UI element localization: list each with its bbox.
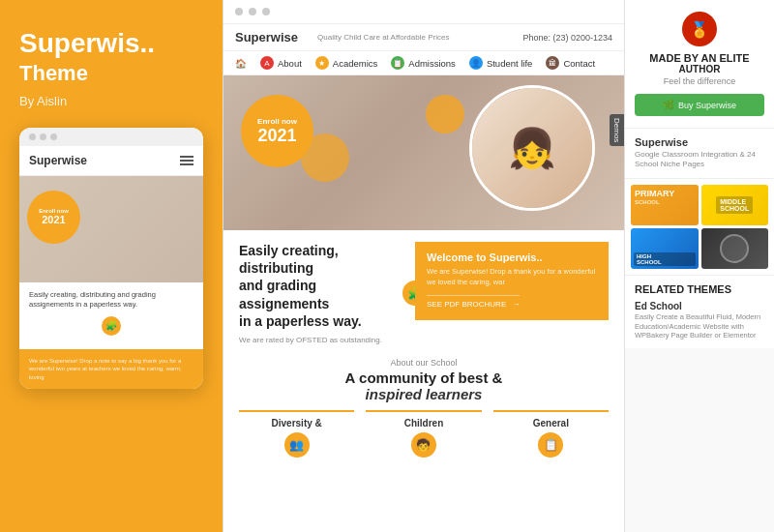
- hero-year: 2021: [257, 126, 296, 146]
- nav-academics-label: Academics: [333, 58, 377, 69]
- theme-screenshots: PRIMARY SCHOOL MIDDLESCHOOL HIGHSCHOOL: [625, 179, 774, 276]
- nav-academics[interactable]: ★ Academics: [315, 56, 377, 70]
- nav-student-life[interactable]: 👤 Student life: [469, 56, 533, 70]
- theme-title: Superwis..: [19, 29, 203, 59]
- topbar-dot-3: [262, 8, 270, 15]
- screenshot-dark[interactable]: [701, 228, 769, 269]
- main-sub: We are rated by OFSTED as outstanding.: [239, 336, 403, 344]
- elite-title: MADE BY AN ELITE: [635, 52, 764, 64]
- nav-student-icon: 👤: [469, 56, 483, 70]
- welcome-text: We are Superwise! Drop a thank you for a…: [427, 267, 597, 287]
- desktop-content: Easily creating, distributingand grading…: [223, 230, 624, 350]
- right-section: Superwise Quality Child Care at Affordab…: [223, 0, 774, 532]
- hero-portrait: 👧: [469, 85, 595, 211]
- mobile-logo: Superwise: [29, 154, 87, 167]
- mobile-dots: [19, 128, 203, 146]
- general-icon: 📋: [538, 432, 563, 458]
- hero-enroll-text: Enroll now: [257, 117, 297, 126]
- desktop-topbar: [223, 0, 624, 24]
- children-label: Children: [366, 418, 481, 429]
- elite-badge-area: 🏅 MADE BY AN ELITE AUTHOR Feel the diffe…: [625, 0, 774, 129]
- nav-admissions-label: Admissions: [408, 58, 456, 69]
- welcome-title: Welcome to Superwis..: [427, 251, 597, 263]
- mobile-puzzle-icon: 🧩: [102, 316, 121, 336]
- hero-orange-circle: [426, 95, 464, 133]
- welcome-container: 🧩 Welcome to Superwis.. We are Superwise…: [415, 242, 609, 344]
- mobile-hero: Enroll now 2021: [19, 176, 203, 282]
- desktop-tagline: Quality Child Care at Affordable Prices: [317, 33, 449, 42]
- nav-about-label: About: [278, 58, 302, 69]
- mobile-footer: We are Superwise! Drop a note to say a b…: [19, 349, 203, 389]
- mobile-enroll-badge: Enroll now 2021: [27, 191, 80, 244]
- theme-author: By Aislin: [19, 94, 203, 108]
- nav-academics-icon: ★: [315, 56, 329, 70]
- about-heading: A community of best & inspired learners: [239, 369, 609, 402]
- bottom-general: General 📋: [493, 410, 609, 458]
- related-section: RELATED THEMES Ed School Easily Create a…: [625, 276, 774, 348]
- screenshot-yellow[interactable]: MIDDLESCHOOL: [701, 185, 769, 225]
- related-title: RELATED THEMES: [635, 283, 764, 295]
- nav-about-icon: A: [260, 56, 274, 70]
- children-icon: 🧒: [411, 432, 436, 458]
- about-label: About our School: [239, 358, 609, 368]
- bottom-grid: Diversity & 👥 Children 🧒 General 📋: [223, 402, 624, 465]
- bottom-children: Children 🧒: [366, 410, 481, 458]
- demos-tab[interactable]: Demos: [610, 114, 624, 146]
- main-heading: Easily creating, distributingand grading…: [239, 242, 403, 330]
- bottom-diversity: Diversity & 👥: [239, 410, 354, 458]
- buy-button[interactable]: 🌿 Buy Superwise: [635, 94, 764, 116]
- desktop-mockup: Superwise Quality Child Care at Affordab…: [223, 0, 624, 532]
- topbar-dot-1: [235, 8, 243, 15]
- main-text-block: Easily creating, distributingand grading…: [239, 242, 403, 344]
- desktop-phone: Phone: (23) 0200-1234: [522, 33, 612, 43]
- theme-word: Theme: [19, 61, 203, 86]
- nav-about[interactable]: A About: [260, 56, 302, 70]
- screenshot-blue[interactable]: HIGHSCHOOL: [631, 228, 699, 269]
- about-section: About our School A community of best & i…: [223, 350, 624, 402]
- nav-contact-label: Contact: [563, 58, 595, 69]
- left-panel: Superwis.. Theme By Aislin Superwise Enr…: [0, 0, 223, 532]
- nav-student-label: Student life: [487, 58, 533, 69]
- sidebar-panel: 🏅 MADE BY AN ELITE AUTHOR Feel the diffe…: [624, 0, 774, 532]
- about-heading-italic: inspired learners: [366, 386, 483, 402]
- screenshot-primary[interactable]: PRIMARY SCHOOL: [631, 185, 699, 225]
- mobile-mockup: Superwise Enroll now 2021 Easily creatin…: [19, 128, 203, 389]
- desktop-logo: Superwise: [235, 30, 298, 44]
- welcome-box: Welcome to Superwis.. We are Superwise! …: [415, 242, 609, 320]
- theme-desc: Google Classroom Integration & 24 School…: [635, 150, 764, 170]
- mobile-nav: Superwise: [19, 146, 203, 176]
- diversity-label: Diversity &: [239, 418, 354, 429]
- topbar-dot-2: [249, 8, 256, 15]
- related-item-desc: Easily Create a Beautiful Fluid, Modern …: [635, 312, 764, 340]
- theme-info: Superwise Google Classroom Integration &…: [625, 129, 774, 179]
- mobile-footer-text: We are Superwise! Drop a note to say a b…: [29, 357, 194, 381]
- see-brochure-link[interactable]: SEE PDF BROCHURE →: [427, 295, 520, 309]
- hamburger-icon[interactable]: [180, 156, 194, 165]
- elite-feel: Feel the difference: [635, 76, 764, 86]
- nav-admissions[interactable]: 📋 Admissions: [391, 56, 456, 70]
- diversity-icon: 👥: [284, 432, 310, 458]
- desktop-nav-bar: Superwise Quality Child Care at Affordab…: [223, 24, 624, 51]
- mobile-content: Easily creating, distributing and gradin…: [19, 282, 203, 349]
- nav-contact[interactable]: 🏛 Contact: [546, 56, 595, 70]
- nav-home-icon[interactable]: 🏠: [235, 58, 247, 69]
- mobile-main-text: Easily creating, distributing and gradin…: [29, 290, 194, 310]
- elite-subtitle: AUTHOR: [635, 64, 764, 74]
- desktop-hero: Enroll now 2021 👧 Demos: [223, 75, 624, 230]
- nav-contact-icon: 🏛: [546, 56, 559, 70]
- theme-name: Superwise: [635, 136, 764, 148]
- hero-enroll-badge: Enroll now 2021: [241, 95, 313, 167]
- desktop-nav-items: 🏠 A About ★ Academics 📋 Admissions 👤 Stu…: [223, 51, 624, 75]
- elite-badge-icon: 🏅: [682, 12, 717, 46]
- general-label: General: [493, 418, 609, 429]
- related-item-name: Ed School: [635, 301, 764, 311]
- leaf-icon: 🌿: [663, 100, 674, 110]
- related-item-edschool[interactable]: Ed School Easily Create a Beautiful Flui…: [635, 301, 764, 340]
- nav-admissions-icon: 📋: [391, 56, 404, 70]
